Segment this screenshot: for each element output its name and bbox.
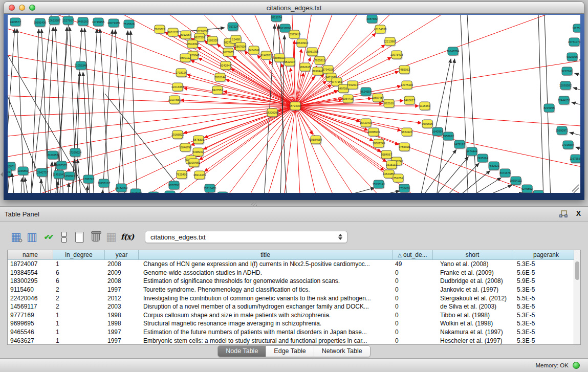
graph-node[interactable]: 1156869 (17, 167, 29, 176)
graph-node[interactable]: 16648784 (447, 47, 459, 56)
memory-status-indicator[interactable] (573, 362, 580, 369)
graph-node[interactable]: 11175081 (572, 24, 580, 33)
graph-node[interactable]: 9242848 (220, 61, 231, 71)
graph-node[interactable]: 9466160 (77, 17, 89, 27)
graph-node[interactable]: 9245852 (521, 185, 533, 193)
graph-node[interactable]: 30691406 (34, 18, 46, 28)
graph-node[interactable]: 9857791 (168, 181, 180, 190)
graph-node[interactable]: 16046798 (179, 143, 191, 152)
graph-edge-red[interactable] (197, 106, 295, 157)
graph-node[interactable]: 6099489 (188, 159, 200, 168)
select-columns-icon[interactable] (40, 229, 56, 245)
graph-node[interactable]: 8813074 (271, 15, 282, 23)
graph-edge-black[interactable] (102, 30, 113, 193)
graph-edge-black[interactable] (31, 15, 51, 193)
graph-edge-red[interactable] (8, 15, 295, 106)
panel-resize-handle[interactable] (251, 202, 257, 206)
graph-node[interactable]: 10688609 (367, 128, 380, 137)
graph-node[interactable]: 9097585 (56, 161, 67, 170)
graph-edge-red[interactable] (8, 15, 295, 106)
table-row[interactable]: 977716911998Corpus callosum shape and si… (8, 311, 580, 320)
graph-edge-red[interactable] (295, 15, 580, 106)
graph-node[interactable]: 12942757 (36, 168, 48, 178)
graph-node[interactable]: 9115460 (419, 102, 430, 111)
graph-node[interactable]: 12975115 (401, 81, 413, 90)
graph-node[interactable]: 9890112 (180, 54, 191, 63)
graph-node[interactable]: 10807487 (372, 94, 384, 103)
graph-node[interactable]: 1795722 (83, 175, 94, 184)
graph-node[interactable]: 8427552 (212, 86, 223, 95)
column-header-short[interactable]: short (433, 250, 512, 259)
graph-node[interactable]: 9474444 (466, 147, 477, 157)
graph-edge-black[interactable] (25, 178, 29, 193)
graph-node[interactable]: 1640954 (432, 127, 443, 137)
graph-node[interactable]: 2020655 (47, 151, 58, 160)
graph-edge-black[interactable] (575, 73, 580, 78)
graph-edge-red[interactable] (295, 15, 580, 106)
graph-node[interactable]: 10973493 (390, 51, 403, 60)
graph-node[interactable]: 12923446 (129, 189, 142, 193)
graph-node[interactable]: 9675685 (223, 48, 234, 57)
graph-node[interactable]: 17359924 (69, 148, 81, 158)
graph-node[interactable]: 9227341 (561, 67, 573, 76)
graph-edge-red[interactable] (8, 15, 295, 106)
graph-node[interactable]: 8215955 (543, 104, 555, 113)
graph-node[interactable]: 9405577 (10, 18, 21, 27)
graph-node[interactable]: 10719155 (92, 18, 104, 27)
graph-edge-black[interactable] (453, 171, 490, 193)
graph-node[interactable]: 12444151 (558, 96, 570, 105)
rows-icon[interactable] (56, 229, 72, 245)
graph-node[interactable]: 16543392 (186, 40, 199, 49)
show-columns-icon[interactable] (24, 229, 40, 245)
graph-node[interactable]: 9584067 (381, 150, 392, 160)
graph-edge-red[interactable] (8, 106, 295, 181)
graph-edge-red[interactable] (295, 106, 368, 130)
graph-node[interactable]: 9329966 (567, 53, 578, 62)
graph-node[interactable]: 18807249 (373, 139, 385, 148)
graph-node[interactable]: 7663822 (154, 25, 165, 34)
graph-node[interactable]: 8186328 (207, 36, 218, 46)
graph-node[interactable]: 7955812 (314, 56, 325, 65)
scrollbar-thumb[interactable] (575, 261, 579, 280)
graph-node[interactable]: 9699695 (422, 120, 433, 129)
graph-node[interactable]: 2087682 (366, 15, 378, 24)
window-titlebar[interactable]: citations_edges.txt (4, 2, 584, 14)
graph-edge-black[interactable] (572, 185, 579, 191)
graph-edge-black[interactable] (538, 15, 543, 193)
table-row[interactable]: 911546021997Tourette syndrome. Phenomeno… (8, 286, 580, 294)
graph-node[interactable]: 7462610 (347, 81, 358, 90)
graph-node[interactable]: 21053346 (75, 61, 87, 71)
column-header-in_degree[interactable]: in_degree (53, 250, 105, 259)
graph-edge-black[interactable] (461, 15, 468, 193)
graph-edge-red[interactable] (191, 106, 295, 145)
graph-node[interactable] (165, 191, 176, 193)
table-select-dropdown[interactable]: citations_edges.txt (145, 231, 347, 243)
function-builder-icon[interactable]: f(x) (119, 229, 135, 245)
graph-node[interactable]: 2867608 (235, 42, 246, 52)
graph-node[interactable]: 19166821 (171, 130, 184, 140)
graph-edge-black[interactable] (475, 185, 512, 193)
graph-edge-red[interactable] (8, 31, 295, 106)
network-canvas[interactable]: 1872400794055773069140610653287152760794… (8, 15, 580, 193)
import-table-icon[interactable] (103, 229, 119, 245)
graph-node[interactable]: 12213967 (384, 37, 396, 47)
graph-node[interactable]: 9756928 (399, 143, 410, 152)
graph-edge-black[interactable] (573, 87, 580, 92)
graph-node[interactable]: 9601128 (167, 28, 179, 37)
graph-node[interactable]: 18300295 (266, 108, 278, 118)
new-document-icon[interactable] (72, 229, 88, 245)
graph-edge-black[interactable] (570, 133, 580, 137)
column-header-out_de[interactable]: △out_de... (393, 250, 433, 259)
graph-node[interactable]: 10671355 (107, 19, 120, 28)
graph-node[interactable]: 7515526 (123, 20, 135, 29)
delete-table-icon[interactable] (88, 229, 103, 245)
tab-edge-table[interactable]: Edge Table (266, 346, 314, 357)
graph-node[interactable]: 8990448 (312, 67, 323, 76)
graph-node[interactable]: 12093582 (559, 81, 572, 91)
graph-node[interactable]: 16782759 (115, 184, 127, 193)
graph-node[interactable]: 1862615 (299, 63, 311, 72)
graph-edge-black[interactable] (101, 190, 103, 193)
graph-node[interactable]: 8454749 (248, 46, 259, 55)
graph-edge-black[interactable] (576, 147, 580, 151)
graph-edge-black[interactable] (20, 178, 23, 193)
